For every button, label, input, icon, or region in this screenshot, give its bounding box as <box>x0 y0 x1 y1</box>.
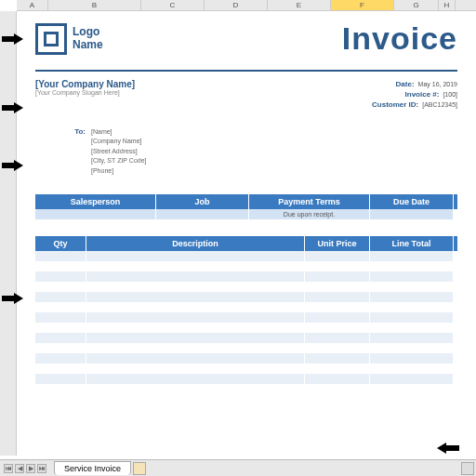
annotation-arrow-icon <box>2 102 24 113</box>
company-name[interactable]: [Your Company Name] <box>35 79 135 89</box>
date-label: Date: <box>396 80 415 88</box>
to-fields[interactable]: [Name][Company Name][Street Address][Cit… <box>91 127 147 177</box>
summary-row: Due upon receipt. <box>35 209 457 219</box>
tab-next-icon[interactable]: ▶ <box>26 464 35 473</box>
column-header-H[interactable]: H <box>439 0 456 10</box>
customer-id-label: Customer ID: <box>372 100 418 109</box>
column-header-B[interactable]: B <box>48 0 141 10</box>
annotation-arrow-icon <box>437 443 459 454</box>
summary-header: SalespersonJobPayment TermsDue Date <box>35 194 457 209</box>
logo-icon <box>35 23 67 55</box>
sheet-tabs-bar[interactable]: ⏮ ◀ ▶ ⏭ Service Invoice <box>0 459 476 476</box>
column-header-A[interactable]: A <box>17 0 48 10</box>
date-value[interactable]: May 16, 2019 <box>418 81 457 87</box>
annotation-arrow-icon <box>2 293 24 304</box>
logo-text-2: Name <box>73 39 103 51</box>
logo-block: Logo Name <box>35 23 103 55</box>
scroll-right-icon[interactable] <box>461 462 474 475</box>
invoice-num-value[interactable]: [100] <box>443 91 457 98</box>
tab-first-icon[interactable]: ⏮ <box>4 464 13 473</box>
annotation-arrow-icon <box>2 160 24 171</box>
column-header-C[interactable]: C <box>141 0 205 10</box>
items-body <box>35 251 457 394</box>
new-sheet-button[interactable] <box>133 462 146 475</box>
sheet-tab[interactable]: Service Invoice <box>54 461 131 475</box>
column-header-E[interactable]: E <box>268 0 331 10</box>
to-label: To: <box>35 127 91 177</box>
invoice-meta: Date:May 16, 2019 Invoice #:[100] Custom… <box>372 79 457 111</box>
column-header-G[interactable]: G <box>394 0 439 10</box>
column-headers[interactable]: ABCDEFGH <box>17 0 476 11</box>
invoice-title: Invoice <box>342 20 457 57</box>
annotation-arrow-icon <box>2 33 24 45</box>
tab-last-icon[interactable]: ⏭ <box>37 464 46 473</box>
items-header: QtyDescriptionUnit PriceLine Total <box>35 236 457 251</box>
company-slogan[interactable]: [Your Company Slogan Here] <box>35 89 135 96</box>
customer-id-value[interactable]: [ABC12345] <box>422 101 457 108</box>
tab-prev-icon[interactable]: ◀ <box>15 464 24 473</box>
logo-text-1: Logo <box>73 26 103 38</box>
column-header-D[interactable]: D <box>205 0 268 10</box>
column-header-F[interactable]: F <box>331 0 394 10</box>
invoice-num-label: Invoice #: <box>405 90 440 99</box>
worksheet: Logo Name Invoice [Your Company Name] [Y… <box>17 11 476 394</box>
items-table[interactable]: QtyDescriptionUnit PriceLine Total <box>35 236 457 394</box>
summary-table[interactable]: SalespersonJobPayment TermsDue Date Due … <box>35 194 457 219</box>
row-gutter[interactable] <box>0 11 17 456</box>
divider <box>35 70 457 72</box>
tab-nav-buttons[interactable]: ⏮ ◀ ▶ ⏭ <box>0 464 50 473</box>
